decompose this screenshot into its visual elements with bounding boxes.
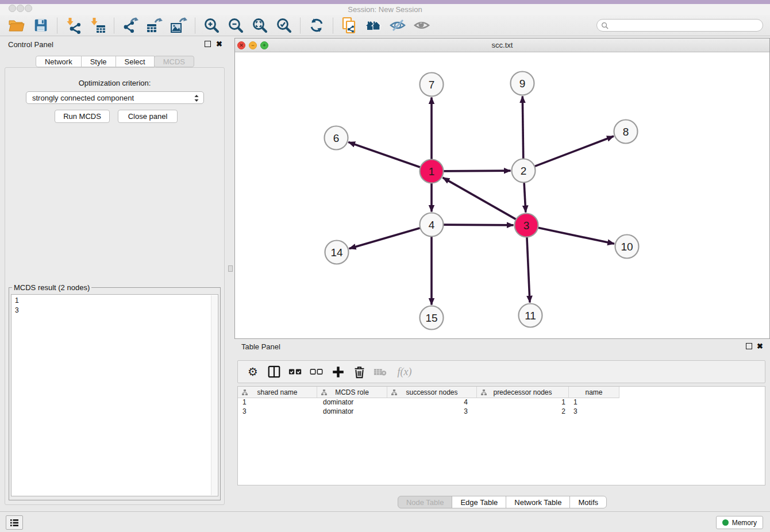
select-stepper-icon xyxy=(194,94,199,105)
zoom-in-icon[interactable] xyxy=(203,17,220,34)
node-8[interactable]: 8 xyxy=(614,120,638,144)
main-toolbar xyxy=(0,15,770,36)
import-table-icon[interactable] xyxy=(89,17,106,34)
edge-3-1[interactable] xyxy=(443,178,517,219)
table-panel: Table Panel ✖ ⚙ f(x) shared nameMCDS rol… xyxy=(234,339,770,511)
control-panel-float-button[interactable] xyxy=(205,41,211,47)
hide-selected-eye-icon[interactable] xyxy=(389,17,406,34)
control-panel-close-icon[interactable]: ✖ xyxy=(216,40,222,48)
refresh-layout-icon[interactable] xyxy=(308,17,325,34)
column-header-successor-nodes[interactable]: successor nodes xyxy=(387,387,477,398)
clone-network-icon[interactable] xyxy=(341,17,358,34)
mcds-result-title: MCDS result (2 nodes) xyxy=(12,283,91,292)
network-window-titlebar[interactable]: ✕ − + scc.txt xyxy=(235,38,769,52)
mcds-result-lines: 1 3 xyxy=(11,295,218,317)
search-field[interactable] xyxy=(596,19,763,32)
node-9[interactable]: 9 xyxy=(511,72,534,95)
tab-motifs[interactable]: Motifs xyxy=(569,496,607,508)
column-header-shared-name[interactable]: shared name xyxy=(238,387,317,398)
import-network-icon[interactable] xyxy=(65,17,82,34)
node-table-body: 1dominator4113dominator323 xyxy=(238,398,765,417)
cell: 1 xyxy=(238,398,317,407)
column-header-predecessor-nodes[interactable]: predecessor nodes xyxy=(477,387,569,398)
svg-text:3: 3 xyxy=(523,219,530,232)
export-network-icon[interactable] xyxy=(122,17,139,34)
search-input[interactable] xyxy=(611,21,755,29)
svg-text:2: 2 xyxy=(521,165,527,177)
export-table-icon[interactable] xyxy=(146,17,163,34)
mcds-result-textarea[interactable]: 1 3 xyxy=(11,294,218,496)
edge-2-8[interactable] xyxy=(534,136,614,167)
criterion-select[interactable]: strongly connected component xyxy=(26,91,204,104)
app-titlebar: Session: New Session xyxy=(0,4,770,15)
toolbar-separator xyxy=(300,18,301,33)
table-panel-float-button[interactable] xyxy=(746,343,752,349)
cell: 1 xyxy=(477,398,569,407)
header-filler xyxy=(619,387,765,398)
save-session-icon[interactable] xyxy=(32,17,49,34)
node-11[interactable]: 11 xyxy=(519,304,542,327)
edge-3-10[interactable] xyxy=(538,228,614,244)
node-14[interactable]: 14 xyxy=(325,241,349,264)
node-3[interactable]: 3 xyxy=(515,214,538,237)
vertical-splitter-handle[interactable] xyxy=(228,265,233,272)
edge-3-11[interactable] xyxy=(527,237,530,302)
gear-icon[interactable]: ⚙ xyxy=(245,364,261,380)
edge-4-14[interactable] xyxy=(349,228,421,249)
result-scrollbar[interactable] xyxy=(211,295,217,495)
table-row-2[interactable]: 3dominator323 xyxy=(238,407,765,417)
toolbar-separator xyxy=(195,18,195,33)
node-6[interactable]: 6 xyxy=(325,126,348,150)
node-15[interactable]: 15 xyxy=(420,306,444,330)
node-10[interactable]: 10 xyxy=(615,235,639,259)
node-4[interactable]: 4 xyxy=(420,213,444,237)
add-column-icon[interactable] xyxy=(330,364,346,380)
node-table-header: shared nameMCDS rolesuccessor nodesprede… xyxy=(238,387,765,398)
tab-style[interactable]: Style xyxy=(81,56,116,67)
node-7[interactable]: 7 xyxy=(420,73,444,97)
function-builder-icon: f(x) xyxy=(394,364,415,380)
home-view-icon[interactable] xyxy=(365,17,382,34)
run-mcds-button[interactable]: Run MCDS xyxy=(55,110,110,123)
tab-node-table[interactable]: Node Table xyxy=(398,496,453,508)
zoom-fit-icon[interactable] xyxy=(251,17,268,34)
node-1[interactable]: 1 xyxy=(420,160,444,183)
tab-select[interactable]: Select xyxy=(116,56,155,67)
show-all-eye-icon[interactable] xyxy=(413,17,430,34)
tab-mcds[interactable]: MCDS xyxy=(154,56,194,67)
search-icon xyxy=(601,22,609,29)
column-header-MCDS-role[interactable]: MCDS role xyxy=(317,387,387,398)
cell: 3 xyxy=(238,407,317,417)
delete-column-trash-icon[interactable] xyxy=(351,364,367,380)
window-accent-strip xyxy=(0,0,770,4)
zoom-out-icon[interactable] xyxy=(227,17,244,34)
edge-2-9[interactable] xyxy=(522,96,523,159)
task-history-button[interactable] xyxy=(6,515,23,530)
column-header-name[interactable]: name xyxy=(569,387,619,398)
control-panel-title: Control Panel xyxy=(8,40,53,49)
select-all-rows-icon[interactable] xyxy=(287,364,303,380)
table-row-1[interactable]: 1dominator411 xyxy=(238,398,765,407)
cell: 2 xyxy=(477,407,569,417)
memory-button[interactable]: Memory xyxy=(716,516,763,529)
tab-edge-table[interactable]: Edge Table xyxy=(452,496,506,508)
delete-table-icon xyxy=(372,364,388,380)
node-2[interactable]: 2 xyxy=(512,159,536,183)
edge-1-6[interactable] xyxy=(348,142,420,167)
network-canvas[interactable]: 7968124314101511 xyxy=(235,52,769,338)
network-file-title: scc.txt xyxy=(235,41,769,49)
edge-4-3[interactable] xyxy=(443,225,513,225)
column-layout-icon[interactable] xyxy=(266,364,282,380)
zoom-selected-icon[interactable] xyxy=(275,17,292,34)
edge-1-2[interactable] xyxy=(443,171,510,171)
close-panel-button[interactable]: Close panel xyxy=(118,110,178,123)
edge-2-3[interactable] xyxy=(524,182,526,212)
cell: 1 xyxy=(569,398,619,407)
tab-network[interactable]: Network xyxy=(36,56,82,67)
table-panel-close-icon[interactable]: ✖ xyxy=(757,342,763,350)
tab-network-table[interactable]: Network Table xyxy=(506,496,570,508)
open-session-icon[interactable] xyxy=(8,17,25,34)
deselect-all-rows-icon[interactable] xyxy=(309,364,325,380)
export-image-icon[interactable] xyxy=(170,17,187,34)
svg-text:10: 10 xyxy=(621,241,633,253)
